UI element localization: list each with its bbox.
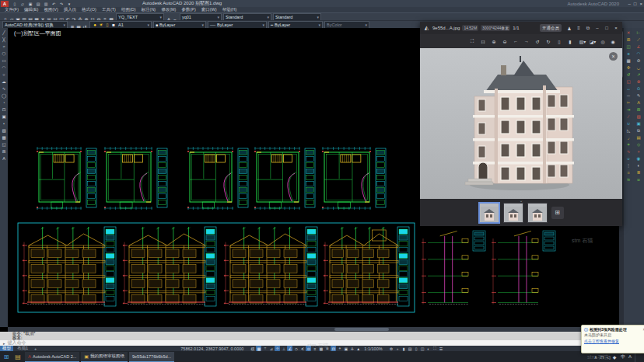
- erase-tool-icon[interactable]: ✕: [625, 30, 632, 36]
- member-button[interactable]: 开通会员: [540, 24, 562, 32]
- plan-drawing[interactable]: [100, 145, 169, 215]
- offset-tool-icon[interactable]: ≡: [625, 50, 632, 57]
- point-tool-icon[interactable]: •: [1, 120, 7, 127]
- new-file-icon[interactable]: ▯: [12, 1, 18, 7]
- line-tool-icon[interactable]: ╱: [1, 30, 7, 36]
- skin-icon[interactable]: ⧉: [585, 25, 591, 31]
- xref-icon[interactable]: ⧉: [635, 127, 642, 134]
- dynamic-ucs-toggle[interactable]: ⌖: [337, 346, 342, 351]
- horizontal-scroll-thumb[interactable]: [334, 328, 389, 331]
- menu-item[interactable]: 帮助(H): [222, 7, 237, 12]
- thumbbar-collapse-icon[interactable]: ⌄: [519, 199, 523, 203]
- dim-edit-icon[interactable]: ✎: [635, 92, 642, 99]
- isolate-objects-icon[interactable]: ◫: [420, 346, 425, 351]
- minimize-button[interactable]: –: [628, 2, 631, 6]
- annotation-monitor-icon[interactable]: ＋: [395, 346, 401, 351]
- quick-properties-icon[interactable]: ▤: [408, 346, 413, 351]
- close-button[interactable]: ×: [639, 2, 642, 6]
- selection-cycling-toggle[interactable]: ⧈: [324, 346, 330, 351]
- lock-ui-icon[interactable]: ▯: [414, 346, 419, 351]
- save-icon[interactable]: ▣: [27, 1, 33, 7]
- scale-tool-icon[interactable]: ◱: [625, 78, 632, 85]
- autocad-logo-icon[interactable]: A: [1, 1, 9, 7]
- tray-chevron-up-icon[interactable]: ∧: [593, 353, 599, 360]
- move-tool-icon[interactable]: ✣: [625, 64, 632, 71]
- dim-arc-icon[interactable]: ◡: [635, 64, 642, 71]
- stretch-tool-icon[interactable]: ↔: [625, 85, 632, 92]
- zoom-out-icon[interactable]: ⊖: [502, 38, 508, 44]
- edit-tools-icon[interactable]: ▧▾: [579, 38, 586, 44]
- circle-tool-icon[interactable]: ○: [1, 71, 7, 78]
- osnap-toggle[interactable]: ⊙: [306, 346, 311, 351]
- redo-icon[interactable]: ↷: [58, 1, 65, 7]
- close-icon[interactable]: ×: [613, 25, 619, 31]
- network-icon[interactable]: ⊓: [599, 353, 605, 360]
- plan-drawing[interactable]: [250, 145, 317, 215]
- polyline-tool-icon[interactable]: ≈: [1, 44, 7, 50]
- ellipse-tool-icon[interactable]: ◯: [1, 92, 7, 99]
- dim-aligned-icon[interactable]: ⟋: [635, 37, 642, 43]
- extend-tool-icon[interactable]: ⇥: [625, 106, 632, 113]
- divide-tool-icon[interactable]: ⋮: [625, 162, 632, 169]
- group-icon[interactable]: ⧈: [635, 176, 642, 183]
- layer-lock-icon[interactable]: ▯: [104, 22, 110, 28]
- 3d-osnap-toggle[interactable]: ⊡: [331, 346, 336, 351]
- construction-line-tool-icon[interactable]: ╳: [1, 37, 7, 43]
- rectangle-tool-icon[interactable]: ▭: [1, 57, 7, 64]
- section-drawing[interactable]: [420, 226, 488, 312]
- hatch-tool-icon[interactable]: ▨: [1, 127, 7, 134]
- plan-drawing[interactable]: [184, 145, 250, 215]
- revcloud-tool-icon[interactable]: ☁: [1, 78, 7, 85]
- ucs-icon[interactable]: ⌖: [635, 148, 642, 155]
- effects-icon[interactable]: ◪▾: [590, 38, 596, 44]
- plan-drawing[interactable]: [33, 145, 98, 215]
- maximize-button[interactable]: □: [634, 2, 637, 6]
- taskbar-task[interactable]: 9e55dc1776b6b5d...: [129, 352, 174, 362]
- explode-tool-icon[interactable]: ✶: [625, 141, 632, 148]
- volume-icon[interactable]: ◁: [605, 353, 611, 360]
- text-tool-icon[interactable]: A: [1, 155, 7, 162]
- taskbar-task[interactable]: ▣我的图纸审核图纸: [81, 352, 128, 362]
- tab-layout1[interactable]: 布局1: [15, 346, 30, 351]
- hatch-edit-icon[interactable]: ▨: [635, 113, 642, 120]
- send-to-phone-icon[interactable]: ▮: [567, 38, 573, 44]
- annotation-visibility-toggle[interactable]: ▲: [355, 346, 361, 351]
- image-attach-icon[interactable]: ▤: [635, 134, 642, 141]
- customize-icon[interactable]: ☰: [439, 346, 444, 351]
- array-tool-icon[interactable]: ▦: [625, 57, 632, 64]
- rotate-tool-icon[interactable]: ↺: [625, 71, 632, 78]
- view-icon[interactable]: ◉: [635, 155, 642, 162]
- menu-item[interactable]: 窗口(W): [201, 7, 217, 12]
- units-icon[interactable]: ▮: [401, 346, 407, 351]
- clean-screen-icon[interactable]: ⛶: [432, 346, 438, 351]
- plan-drawing[interactable]: [318, 145, 387, 215]
- dynamic-input-toggle[interactable]: ⌯: [275, 346, 280, 351]
- tolerance-icon[interactable]: ⊕: [635, 78, 642, 85]
- annotation-scale[interactable]: 1:1/100%: [364, 346, 382, 351]
- model-space-toggle[interactable]: 模: [250, 346, 255, 351]
- settings-icon[interactable]: ◉: [610, 38, 616, 44]
- section-drawing[interactable]: [490, 226, 558, 312]
- dim-diameter-icon[interactable]: ⊘: [635, 57, 642, 64]
- security-icon[interactable]: ◆: [611, 353, 618, 360]
- gradient-tool-icon[interactable]: ▩: [1, 134, 7, 141]
- notification-link[interactable]: 点击立即查看并修复: [584, 339, 644, 343]
- grid-toggle[interactable]: ▦: [256, 346, 261, 351]
- osnap-settings-icon[interactable]: ◇: [635, 141, 642, 148]
- image-thumbnail[interactable]: [527, 203, 548, 223]
- language-indicator[interactable]: A: [628, 354, 632, 359]
- delete-image-icon[interactable]: ▯: [556, 38, 562, 44]
- image-thumbnail[interactable]: [479, 203, 499, 223]
- menu-icon[interactable]: ≡: [576, 25, 582, 31]
- spline-tool-icon[interactable]: ∿: [1, 85, 7, 92]
- start-button[interactable]: ⊞: [0, 351, 12, 362]
- user-icon[interactable]: ♟: [566, 25, 572, 31]
- polar-tracking-toggle[interactable]: ∠: [287, 346, 292, 351]
- image-thumbnail[interactable]: [503, 203, 523, 223]
- measure-tool-icon[interactable]: ⌗: [625, 169, 632, 176]
- image-close-icon[interactable]: ×: [609, 52, 618, 61]
- save-as-icon[interactable]: ▤: [35, 1, 41, 7]
- dim-angular-icon[interactable]: ∠: [635, 44, 642, 50]
- qat-customize-icon[interactable]: ▾: [66, 1, 72, 7]
- elevation-drawing[interactable]: [322, 225, 411, 312]
